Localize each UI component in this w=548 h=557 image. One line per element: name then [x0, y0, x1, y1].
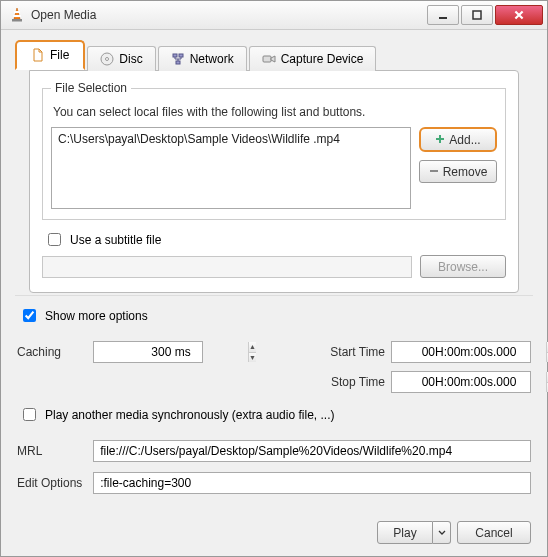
- titlebar[interactable]: Open Media: [1, 1, 547, 30]
- chevron-down-icon: [438, 526, 446, 540]
- svg-rect-5: [473, 11, 481, 19]
- remove-button-label: Remove: [443, 165, 488, 179]
- capture-icon: [262, 52, 276, 66]
- file-list[interactable]: C:\Users\payal\Desktop\Sample Videos\Wil…: [51, 127, 411, 209]
- minus-icon: [429, 165, 439, 179]
- tab-disc[interactable]: Disc: [87, 46, 155, 71]
- cancel-button[interactable]: Cancel: [457, 521, 531, 544]
- extra-media-checkbox[interactable]: [23, 408, 36, 421]
- disc-icon: [100, 52, 114, 66]
- show-more-row: Show more options: [19, 306, 529, 325]
- browse-button[interactable]: Browse...: [420, 255, 506, 278]
- start-time-input[interactable]: [392, 342, 546, 362]
- tab-network[interactable]: Network: [158, 46, 247, 71]
- window-title: Open Media: [31, 8, 427, 22]
- svg-rect-1: [14, 11, 20, 13]
- edit-options-input[interactable]: [93, 472, 531, 494]
- stop-time-spinner[interactable]: ▲▼: [391, 371, 531, 393]
- dialog-footer: Play Cancel: [1, 507, 547, 556]
- spin-down-icon[interactable]: ▼: [249, 353, 256, 363]
- tab-capture[interactable]: Capture Device: [249, 46, 377, 71]
- caching-label: Caching: [17, 345, 87, 359]
- svg-rect-2: [13, 15, 21, 17]
- play-button-label: Play: [393, 526, 416, 540]
- file-panel: File Selection You can select local file…: [29, 70, 519, 293]
- svg-rect-12: [430, 170, 438, 172]
- maximize-button[interactable]: [461, 5, 493, 25]
- start-time-label: Start Time: [303, 345, 385, 359]
- caching-spinner[interactable]: ▲▼: [93, 341, 203, 363]
- subtitle-checkbox-row: Use a subtitle file: [44, 230, 504, 249]
- svg-rect-11: [263, 56, 271, 62]
- svg-rect-9: [179, 54, 183, 57]
- svg-rect-8: [173, 54, 177, 57]
- minimize-button[interactable]: [427, 5, 459, 25]
- tab-file[interactable]: File: [15, 40, 85, 70]
- svg-rect-3: [12, 19, 22, 22]
- play-button[interactable]: Play: [377, 521, 433, 544]
- remove-button[interactable]: Remove: [419, 160, 497, 183]
- subtitle-checkbox[interactable]: [48, 233, 61, 246]
- extra-media-row: Play another media synchronously (extra …: [19, 405, 529, 424]
- svg-rect-10: [176, 61, 180, 64]
- file-selection-legend: File Selection: [51, 81, 131, 95]
- stop-time-input[interactable]: [392, 372, 546, 392]
- show-more-checkbox[interactable]: [23, 309, 36, 322]
- close-button[interactable]: [495, 5, 543, 25]
- file-selection-group: File Selection You can select local file…: [42, 81, 506, 220]
- dialog-content: File Disc Network Capture Device File Se: [1, 30, 547, 556]
- extra-media-label: Play another media synchronously (extra …: [45, 408, 334, 422]
- show-more-label: Show more options: [45, 309, 148, 323]
- browse-button-label: Browse...: [438, 260, 488, 274]
- stop-time-label: Stop Time: [303, 375, 385, 389]
- svg-marker-0: [14, 8, 20, 19]
- mrl-input[interactable]: [93, 440, 531, 462]
- tab-bar: File Disc Network Capture Device: [15, 40, 533, 70]
- tab-capture-label: Capture Device: [281, 52, 364, 66]
- file-list-item[interactable]: C:\Users\payal\Desktop\Sample Videos\Wil…: [58, 132, 404, 146]
- vlc-icon: [9, 7, 25, 23]
- plus-icon: [435, 133, 445, 147]
- tab-disc-label: Disc: [119, 52, 142, 66]
- edit-options-label: Edit Options: [17, 476, 83, 490]
- svg-rect-4: [439, 17, 447, 19]
- mrl-label: MRL: [17, 444, 83, 458]
- subtitle-path-input: [42, 256, 412, 278]
- cancel-button-label: Cancel: [475, 526, 512, 540]
- file-icon: [31, 48, 45, 62]
- subtitle-label: Use a subtitle file: [70, 233, 161, 247]
- network-icon: [171, 52, 185, 66]
- play-dropdown-button[interactable]: [433, 521, 451, 544]
- caching-input[interactable]: [94, 342, 248, 362]
- tab-file-label: File: [50, 48, 69, 62]
- start-time-spinner[interactable]: ▲▼: [391, 341, 531, 363]
- add-button-label: Add...: [449, 133, 480, 147]
- svg-point-7: [106, 58, 109, 61]
- file-selection-hint: You can select local files with the foll…: [53, 105, 497, 119]
- tab-network-label: Network: [190, 52, 234, 66]
- open-media-dialog: Open Media File Disc Network: [0, 0, 548, 557]
- spin-up-icon[interactable]: ▲: [249, 342, 256, 353]
- add-button[interactable]: Add...: [419, 127, 497, 152]
